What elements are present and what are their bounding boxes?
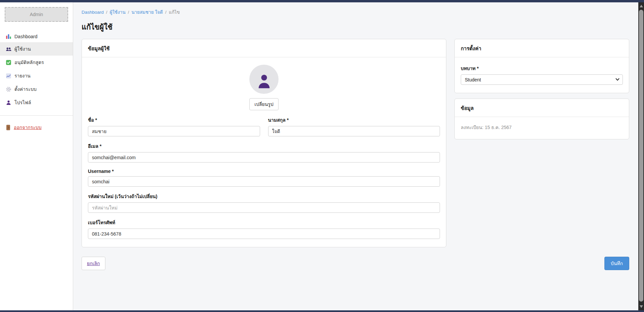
email-group: อีเมล *: [88, 142, 440, 163]
username-field[interactable]: [88, 176, 440, 187]
cancel-button[interactable]: ยกเลิก: [82, 257, 105, 270]
approve-course-icon: [6, 60, 11, 65]
first-name-label: ชื่อ *: [88, 116, 260, 124]
phone-group: เบอร์โทรศัพท์: [88, 219, 440, 239]
breadcrumb-current: แก้ไข: [169, 8, 180, 16]
breadcrumb-separator: /: [128, 10, 129, 15]
phone-label: เบอร์โทรศัพท์: [88, 219, 440, 226]
avatar-block: เปลี่ยนรูป: [88, 59, 440, 110]
dashboard-icon: [6, 34, 11, 39]
role-select-wrap: Student: [461, 74, 623, 85]
email-field[interactable]: [88, 152, 440, 163]
edit-user-page: Admin Dashboard ผู้ใช้งาน อนุมัติหลักสูต…: [0, 0, 644, 312]
username-label: Username *: [88, 169, 440, 174]
sidebar-item-label: รายงาน: [14, 72, 31, 79]
first-name-field[interactable]: [88, 126, 260, 136]
info-card: ข้อมูล ลงทะเบียน: 15 ธ.ค. 2567: [454, 99, 629, 139]
right-column: การตั้งค่า บทบาท * Student: [454, 39, 629, 139]
users-icon: [6, 46, 11, 52]
role-group: บทบาท * Student: [461, 65, 623, 85]
sidebar-item-label: Dashboard: [14, 34, 38, 39]
required-asterisk: *: [287, 117, 289, 123]
sidebar-item-system-settings[interactable]: ตั้งค่าระบบ: [0, 82, 73, 96]
cancel-button-label: ยกเลิก: [87, 261, 100, 266]
scroll-down-arrow-icon[interactable]: [640, 305, 643, 308]
first-name-group: ชื่อ *: [88, 116, 260, 136]
sidebar-item-label: อนุมัติหลักสูตร: [14, 59, 44, 66]
scrollbar-thumb[interactable]: [639, 10, 643, 302]
sidebar-item-users[interactable]: ผู้ใช้งาน: [0, 42, 73, 56]
user-info-card-header: ข้อมูลผู้ใช้: [82, 39, 446, 57]
sidebar-item-approve-courses[interactable]: อนุมัติหลักสูตร: [0, 56, 73, 69]
sidebar-item-label: ตั้งค่าระบบ: [14, 85, 37, 93]
top-accent-bar: [0, 0, 644, 2]
page-title: แก้ไขผู้ใช้: [82, 21, 629, 33]
user-info-card-body: เปลี่ยนรูป ชื่อ *: [82, 57, 446, 247]
sidebar-item-label: โปรไฟล์: [14, 99, 31, 106]
main-content: Dashboard / ผู้ใช้งาน / นายสมชาย ใจดี / …: [73, 2, 638, 310]
username-group: Username *: [88, 169, 440, 187]
last-name-group: นามสกุล *: [268, 116, 440, 136]
change-photo-button[interactable]: เปลี่ยนรูป: [249, 98, 278, 110]
reports-icon: [6, 73, 11, 79]
settings-card-body: บทบาท * Student: [455, 57, 629, 93]
info-card-header: ข้อมูล: [455, 99, 629, 117]
person-icon: [256, 73, 272, 90]
sidebar-nav: Dashboard ผู้ใช้งาน อนุมัติหลักสูตร รายง…: [0, 30, 73, 109]
required-asterisk: *: [95, 117, 97, 123]
sidebar-item-profile[interactable]: โปรไฟล์: [0, 96, 73, 109]
last-name-label: นามสกุล *: [268, 116, 440, 124]
role-label: บทบาท *: [461, 65, 623, 72]
form-actions: ยกเลิก บันทึก: [82, 257, 629, 270]
breadcrumb-separator: /: [165, 10, 166, 15]
system-settings-icon: [6, 86, 11, 92]
required-asterisk: *: [100, 143, 101, 149]
sidebar-item-dashboard[interactable]: Dashboard: [0, 30, 73, 42]
phone-field[interactable]: [88, 229, 440, 239]
logout-link[interactable]: ออกจากระบบ: [0, 121, 73, 134]
bottom-accent-bar: [0, 310, 644, 312]
vertical-scrollbar[interactable]: [638, 2, 644, 310]
admin-brand-label: Admin: [30, 12, 43, 17]
new-password-field[interactable]: [88, 202, 440, 213]
content-columns: ข้อมูลผู้ใช้ เปลี่ยนรูป ชื่อ: [82, 39, 629, 247]
logout-door-icon: [6, 125, 11, 130]
sidebar-item-reports[interactable]: รายงาน: [0, 69, 73, 82]
role-select[interactable]: Student: [461, 74, 623, 85]
profile-icon: [6, 100, 11, 106]
admin-brand-box: Admin: [5, 7, 68, 22]
password-group: รหัสผ่านใหม่ (เว้นว่างถ้าไม่เปลี่ยน): [88, 193, 440, 213]
email-label: อีเมล *: [88, 142, 440, 150]
user-info-card: ข้อมูลผู้ใช้ เปลี่ยนรูป ชื่อ: [82, 39, 446, 247]
sidebar-item-label: ผู้ใช้งาน: [14, 45, 31, 53]
breadcrumb-dashboard[interactable]: Dashboard: [82, 10, 104, 15]
password-label: รหัสผ่านใหม่ (เว้นว่างถ้าไม่เปลี่ยน): [88, 193, 440, 200]
avatar: [249, 65, 279, 94]
last-name-field[interactable]: [268, 126, 440, 136]
settings-card: การตั้งค่า บทบาท * Student: [454, 39, 629, 93]
sidebar-divider: [0, 115, 73, 116]
breadcrumb: Dashboard / ผู้ใช้งาน / นายสมชาย ใจดี / …: [82, 8, 629, 16]
required-asterisk: *: [112, 169, 114, 174]
breadcrumb-separator: /: [106, 10, 107, 15]
info-card-body: ลงทะเบียน: 15 ธ.ค. 2567: [455, 117, 629, 139]
settings-card-header: การตั้งค่า: [455, 39, 629, 57]
breadcrumb-user-name[interactable]: นายสมชาย ใจดี: [132, 8, 163, 16]
save-button[interactable]: บันทึก: [604, 257, 629, 270]
registered-date-text: ลงทะเบียน: 15 ธ.ค. 2567: [461, 124, 623, 131]
required-asterisk: *: [477, 66, 479, 71]
name-row: ชื่อ * นามสกุล *: [88, 110, 440, 136]
scroll-up-arrow-icon[interactable]: [640, 5, 643, 7]
sidebar: Admin Dashboard ผู้ใช้งาน อนุมัติหลักสูต…: [0, 2, 73, 310]
logout-label: ออกจากระบบ: [14, 124, 42, 131]
breadcrumb-users[interactable]: ผู้ใช้งาน: [110, 8, 126, 16]
